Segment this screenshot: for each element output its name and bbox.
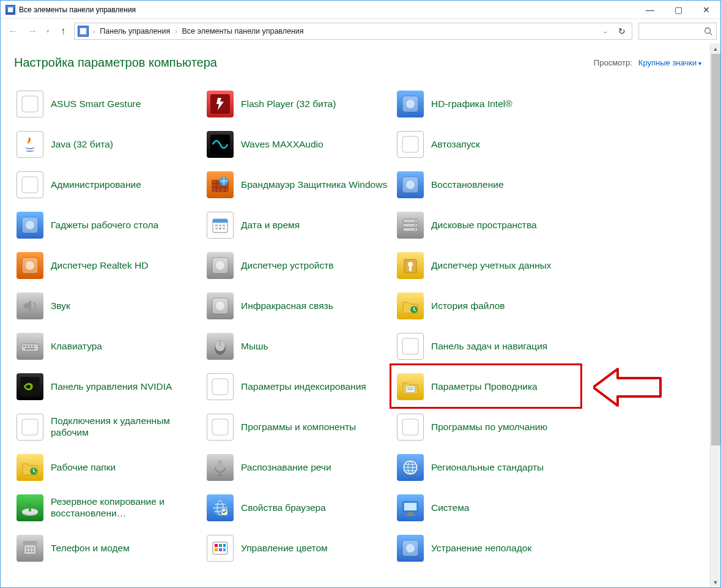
cp-item[interactable]: Резервное копирование и восстановлени… (14, 492, 201, 524)
cp-item[interactable]: Инфракрасная связь (204, 290, 391, 322)
cp-label: Дисковые пространства (431, 220, 537, 231)
cp-label: Телефон и модем (51, 543, 130, 554)
cp-item[interactable]: ASUS Smart Gesture (14, 88, 201, 120)
cp-label: Параметры Проводника (431, 381, 538, 393)
svg-rect-44 (26, 346, 28, 347)
cp-label: Программы и компоненты (241, 422, 356, 433)
svg-rect-25 (223, 228, 225, 229)
explorer-icon (397, 373, 424, 400)
speech-icon (207, 454, 234, 481)
cp-item[interactable]: Параметры индексирования (204, 371, 391, 403)
keyboard-icon (17, 333, 43, 360)
refresh-button[interactable]: ↻ (613, 23, 630, 39)
cp-item[interactable]: История файлов (394, 290, 581, 322)
phone-icon (17, 535, 43, 562)
svg-rect-96 (219, 548, 222, 551)
java-icon (17, 131, 43, 158)
cp-item[interactable]: Панель управления NVIDIA (14, 371, 201, 403)
cp-label: Распознавание речи (241, 462, 331, 474)
cp-item[interactable]: Панель задач и навигация (394, 330, 581, 362)
cp-item[interactable]: Программы и компоненты (204, 411, 391, 443)
svg-rect-81 (408, 512, 413, 515)
svg-rect-84 (23, 541, 37, 545)
cp-item[interactable]: Рабочие папки (14, 452, 201, 483)
svg-point-55 (216, 382, 224, 391)
autoplay-icon (397, 131, 424, 158)
forward-button[interactable]: → (24, 23, 41, 40)
svg-rect-80 (404, 503, 416, 510)
cp-label: ASUS Smart Gesture (51, 99, 141, 110)
cp-item[interactable]: Мышь (204, 330, 391, 362)
cp-label: Администрирование (51, 179, 141, 191)
cp-item[interactable]: Система (394, 492, 581, 524)
cp-label: Брандмауэр Защитника Windows (241, 179, 387, 191)
cp-item[interactable]: Параметры Проводника (394, 371, 581, 403)
cp-item[interactable]: Дисковые пространства (394, 209, 581, 241)
sound-icon (17, 292, 43, 319)
cp-item[interactable]: Звук (14, 290, 201, 322)
svg-point-35 (216, 261, 224, 270)
history-dropdown[interactable]: ▾ (43, 28, 52, 34)
cp-item[interactable]: Диспетчер Realtek HD (14, 250, 201, 281)
svg-rect-21 (219, 225, 221, 226)
address-bar[interactable]: › Панель управления › Все элементы панел… (74, 23, 632, 40)
minimize-button[interactable]: — (636, 1, 664, 19)
cp-item[interactable]: Брандмауэр Защитника Windows (204, 169, 391, 201)
crumb-sep-icon[interactable]: › (92, 28, 96, 35)
cp-label: Java (32 бита) (51, 139, 113, 151)
cp-item[interactable]: Телефон и модем (14, 532, 201, 564)
crumb-all-items[interactable]: Все элементы панели управления (180, 23, 306, 39)
svg-point-30 (415, 225, 416, 226)
backup-icon (17, 494, 43, 521)
cp-item[interactable]: Региональные стандарты (394, 452, 581, 483)
content-area: Настройка параметров компьютера Просмотр… (1, 43, 720, 587)
cp-item[interactable]: Устранение неполадок (394, 532, 581, 564)
cp-item[interactable]: Клавиатура (14, 330, 201, 362)
back-button[interactable]: ← (4, 23, 21, 40)
svg-point-31 (415, 229, 416, 230)
svg-rect-46 (32, 346, 34, 347)
view-dropdown[interactable]: Крупные значки (638, 58, 701, 67)
svg-rect-19 (213, 219, 227, 223)
cp-label: Гаджеты рабочего стола (51, 220, 158, 231)
cp-item[interactable]: Восстановление (394, 169, 581, 201)
app-icon (6, 5, 15, 15)
cp-item[interactable]: HD-графика Intel® (394, 88, 581, 120)
nvidia-icon (17, 373, 43, 400)
cp-label: Дата и время (241, 220, 300, 231)
svg-point-62 (406, 423, 415, 431)
touchpad-icon (17, 91, 43, 117)
cp-item[interactable]: Программы по умолчанию (394, 411, 581, 443)
cp-item[interactable]: Администрирование (14, 169, 201, 201)
cp-item[interactable]: Гаджеты рабочего стола (14, 209, 201, 241)
crumb-control-panel[interactable]: Панель управления (97, 23, 172, 39)
address-dropdown[interactable]: ⌄ (599, 23, 612, 39)
cp-item[interactable]: Управление цветом (204, 532, 391, 564)
cp-item[interactable]: Дата и время (204, 209, 391, 241)
cp-item[interactable]: Автозапуск (394, 128, 581, 160)
cp-item[interactable]: Распознавание речи (204, 452, 391, 483)
cp-item[interactable]: Java (32 бита) (14, 128, 201, 160)
cp-item[interactable]: Waves MAXXAudio (204, 128, 391, 160)
drives-icon (397, 212, 424, 239)
vertical-scrollbar[interactable]: ▲ ▼ (710, 43, 720, 587)
cp-label: Рабочие папки (51, 462, 116, 474)
close-button[interactable]: ✕ (692, 1, 720, 19)
cp-label: Звук (51, 300, 70, 312)
scroll-up-button[interactable]: ▲ (711, 43, 720, 54)
scroll-thumb[interactable] (711, 54, 720, 445)
crumb-sep-icon[interactable]: › (174, 28, 178, 35)
waves-icon (207, 131, 234, 158)
svg-rect-94 (223, 544, 226, 547)
up-button[interactable]: ↑ (54, 23, 72, 40)
cp-label: Параметры индексирования (241, 381, 366, 393)
cp-item[interactable]: Подключения к удаленным рабочим (14, 411, 201, 443)
search-box[interactable] (638, 23, 717, 40)
cp-item[interactable]: Свойства браузера (204, 492, 391, 524)
cp-item[interactable]: Flash Player (32 бита) (204, 88, 391, 120)
maximize-button[interactable]: ▢ (664, 1, 692, 19)
svg-rect-24 (219, 228, 221, 229)
cp-item[interactable]: Диспетчер устройств (204, 250, 391, 281)
scroll-down-button[interactable]: ▼ (711, 577, 720, 587)
cp-item[interactable]: Диспетчер учетных данных (394, 250, 581, 281)
